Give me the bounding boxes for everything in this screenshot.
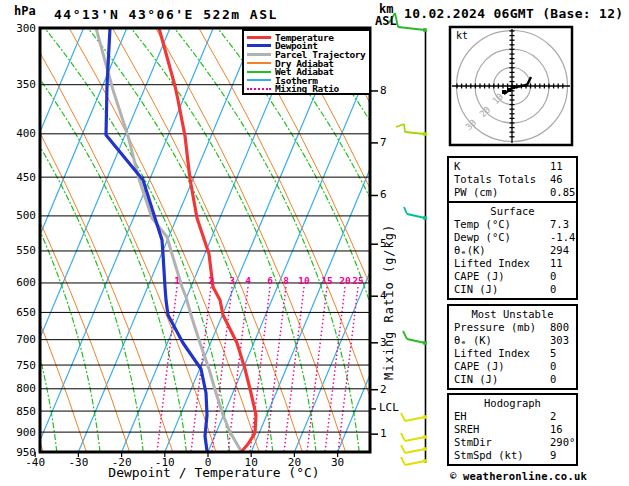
stats-label: θₑ (K) <box>454 334 492 346</box>
stats-panel: K11Totals Totals46PW (cm)0.85SurfaceTemp… <box>447 156 578 466</box>
pressure-unit-label: hPa <box>14 4 36 18</box>
chart-title: 44°13'N 43°06'E 522m ASL <box>54 7 278 22</box>
wind-barb <box>401 413 427 421</box>
stats-label: StmDir <box>454 436 492 448</box>
wind-barb-segment <box>401 413 405 421</box>
stats-row: CIN (J)0 <box>454 283 576 296</box>
table-section-title: Most Unstable <box>454 308 576 321</box>
stats-value: 294 <box>550 244 569 257</box>
wind-barb <box>404 207 427 220</box>
legend: TemperatureDewpointParcel TrajectoryDry … <box>242 29 371 95</box>
stats-row: CAPE (J)0 <box>454 270 576 283</box>
stats-value: 0 <box>550 373 556 386</box>
mixing-ratio-value-label: 25 <box>352 275 363 286</box>
stats-label: Temp (°C) <box>454 218 511 230</box>
pressure-tick-label: 550 <box>2 244 36 257</box>
legend-swatch <box>247 71 271 73</box>
stats-label: StmSpd (kt) <box>454 449 524 461</box>
stats-row: Pressure (mb)800 <box>454 321 576 334</box>
stats-row: θₑ (K)303 <box>454 334 576 347</box>
km-tick-label: 6 <box>380 188 387 201</box>
stats-row: PW (cm)0.85 <box>454 186 576 199</box>
stats-row: Dewp (°C)-1.4 <box>454 231 576 244</box>
stats-row: CAPE (J)0 <box>454 360 576 373</box>
wind-barb-segment <box>407 339 425 343</box>
legend-swatch <box>247 62 271 64</box>
wind-barb-segment <box>396 124 404 127</box>
stats-value: 0 <box>550 360 556 373</box>
stats-value: 0 <box>550 270 556 283</box>
stats-label: EH <box>454 410 467 422</box>
stats-value: 2 <box>550 410 556 423</box>
stats-table: SurfaceTemp (°C)7.3Dewp (°C)-1.4θₑ(K)294… <box>447 201 578 300</box>
temp-axis-title: Dewpoint / Temperature (°C) <box>108 465 319 480</box>
mixing-ratio-value-label: 2 <box>208 275 214 286</box>
stats-label: CAPE (J) <box>454 270 505 282</box>
mixing-ratio-value-label: 10 <box>298 275 309 286</box>
stats-row: StmSpd (kt)9 <box>454 449 576 462</box>
mixing-ratio-value-label: 8 <box>283 275 289 286</box>
wind-barb-node <box>423 132 427 136</box>
pressure-tick-label: 300 <box>2 22 36 35</box>
wind-barb-segment <box>404 207 407 214</box>
km-tick-label: 2 <box>380 383 387 396</box>
stats-label: Pressure (mb) <box>454 321 536 333</box>
km-tick-label: 8 <box>380 84 387 97</box>
stats-value: -1.4 <box>550 231 575 244</box>
temp-tick-label: -30 <box>68 456 88 469</box>
wind-barb-segment <box>401 433 405 441</box>
mixing-ratio-value-label: 4 <box>245 275 251 286</box>
pressure-tick-label: 750 <box>2 359 36 372</box>
legend-item: Mixing Ratio <box>247 85 369 94</box>
wind-barb-node <box>423 28 427 32</box>
wind-barb-segment <box>401 445 405 453</box>
legend-swatch <box>247 53 271 56</box>
pressure-tick-label: 650 <box>2 306 36 319</box>
mixing-ratio-value-label: 15 <box>321 275 332 286</box>
legend-swatch <box>247 79 271 81</box>
stats-value: 16 <box>550 423 563 436</box>
stats-label: CIN (J) <box>454 373 498 385</box>
mixing-ratio-value-label: 1 <box>174 275 180 286</box>
wind-barb <box>401 433 427 441</box>
km-tick-label: 1 <box>380 427 387 440</box>
wind-barb-node <box>423 415 427 419</box>
wind-barb-segment <box>398 27 425 30</box>
stats-row: EH2 <box>454 410 576 423</box>
stats-table: Most UnstablePressure (mb)800θₑ (K)303Li… <box>447 304 578 390</box>
stats-value: 0.85 <box>550 186 575 199</box>
stats-value: 9 <box>550 449 556 462</box>
stats-label: CIN (J) <box>454 283 498 295</box>
wind-barb <box>401 445 427 453</box>
stats-value: 303 <box>550 334 569 347</box>
wind-barb-node <box>423 341 427 345</box>
date-label: 10.02.2024 06GMT (Base: 12) <box>404 6 623 21</box>
wind-barb <box>396 124 427 136</box>
stats-table: K11Totals Totals46PW (cm)0.85 <box>447 156 578 203</box>
pressure-tick-label: 500 <box>2 209 36 222</box>
hodograph-trace-dot <box>502 90 506 94</box>
legend-swatch <box>247 88 271 90</box>
wind-barb-node <box>423 459 427 463</box>
wind-barb-segment <box>405 437 425 441</box>
pressure-tick-label: 800 <box>2 382 36 395</box>
wind-barb-node <box>423 447 427 451</box>
wind-barb-segment <box>405 417 425 421</box>
hodograph-trace-dot <box>511 85 515 89</box>
wind-barb-segment <box>404 124 405 132</box>
stats-value: 290° <box>550 436 575 449</box>
legend-swatch <box>247 44 271 47</box>
stats-label: SREH <box>454 423 479 435</box>
wind-barb-segment <box>405 449 425 453</box>
altitude-unit-asl: ASL <box>375 14 397 28</box>
wind-barb-segment <box>405 461 425 465</box>
stats-value: 11 <box>550 160 563 173</box>
wind-barb-segment <box>407 214 425 218</box>
stats-label: θₑ(K) <box>454 244 486 256</box>
pressure-tick-label: 450 <box>2 171 36 184</box>
stats-label: PW (cm) <box>454 186 498 198</box>
stats-value: 0 <box>550 283 556 296</box>
stats-row: Lifted Index5 <box>454 347 576 360</box>
stats-row: Lifted Index11 <box>454 257 576 270</box>
hodograph-trace-dot <box>507 88 511 92</box>
